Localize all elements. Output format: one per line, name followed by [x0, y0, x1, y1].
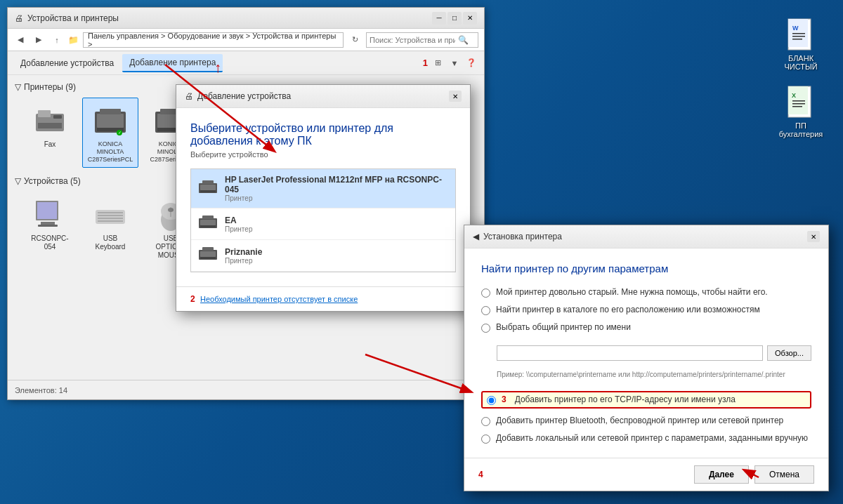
cancel-button[interactable]: Отмена — [754, 465, 814, 484]
svg-rect-5 — [792, 39, 802, 40]
svg-rect-31 — [37, 202, 57, 219]
add-device-dialog: 🖨 Добавление устройства ✕ Выберите устро… — [176, 84, 471, 312]
search-input[interactable] — [367, 36, 458, 44]
svg-text:W: W — [792, 25, 799, 32]
radio-old-printer-input[interactable] — [481, 289, 490, 298]
add-device-title: 🖨 Добавление устройства — [185, 91, 291, 101]
hp-printer-icon — [198, 179, 218, 199]
ea-printer-info: EA Принтер — [225, 215, 252, 233]
svg-rect-36 — [98, 215, 123, 216]
step2-label: 2 — [190, 294, 195, 304]
install-heading: Найти принтер по другим параметрам — [481, 263, 811, 274]
svg-rect-56 — [200, 251, 216, 257]
desktop-icon-excel[interactable]: X ПП бухгалтерия — [773, 81, 829, 142]
window-title: 🖨 Устройства и принтеры — [15, 13, 119, 23]
radio-local-input[interactable] — [481, 435, 490, 444]
radio-by-location[interactable]: Найти принтер в каталоге по его располож… — [481, 305, 811, 315]
excel-label: ПП бухгалтерия — [776, 121, 825, 138]
radio-by-ip[interactable]: 3 Добавить принтер по его TCP/IP-адресу … — [481, 391, 811, 409]
minimize-button[interactable]: ─ — [432, 12, 446, 25]
radio-ip-input[interactable] — [487, 396, 496, 405]
device-konica1[interactable]: ✓ KONICAMINOLTAC287SeriesPCL — [82, 98, 138, 168]
add-device-button[interactable]: Добавление устройства — [13, 54, 121, 72]
radio-location-input[interactable] — [481, 306, 490, 315]
address-path[interactable]: Панель управления > Оборудование и звук … — [83, 32, 344, 48]
radio-bluetooth[interactable]: Добавить принтер Bluetooth, беспроводной… — [481, 416, 811, 426]
blank-doc-icon: W — [784, 18, 818, 51]
missing-printer-link[interactable]: Необходимый принтер отсутствует в списке — [200, 295, 358, 303]
back-button[interactable]: ◀ — [13, 33, 27, 47]
view-dropdown[interactable]: ▼ — [447, 56, 462, 70]
maximize-button[interactable]: □ — [447, 12, 462, 25]
priznanie-printer-type: Принтер — [225, 257, 262, 265]
svg-rect-33 — [38, 225, 58, 227]
install-close[interactable]: ✕ — [807, 231, 820, 242]
help-button[interactable]: ❓ — [464, 56, 478, 70]
ea-printer-icon — [198, 214, 218, 234]
printer-item-priznanie[interactable]: Priznanie Принтер — [191, 240, 455, 272]
svg-rect-32 — [41, 222, 55, 225]
ea-printer-name: EA — [225, 215, 252, 225]
install-footer: 4 Далее Отмена — [464, 458, 828, 491]
svg-rect-53 — [200, 225, 216, 227]
radio-old-printer[interactable]: Мой принтер довольно старый. Мне нужна п… — [481, 287, 811, 298]
search-icon[interactable]: 🔍 — [458, 35, 469, 45]
printer-item-ea[interactable]: EA Принтер — [191, 208, 455, 240]
next-button[interactable]: Далее — [694, 465, 749, 484]
radio-group: Мой принтер довольно старый. Мне нужна п… — [481, 287, 811, 444]
blank-doc-label: БЛАНК ЧИСТЫЙ — [776, 54, 825, 71]
hint-text: Пример: \\computername\printername или h… — [497, 371, 811, 378]
add-device-titlebar: 🖨 Добавление устройства ✕ — [176, 85, 470, 108]
toolbar: Добавление устройства Добавление принтер… — [8, 51, 484, 75]
priznanie-printer-icon — [198, 246, 218, 265]
svg-rect-9 — [792, 100, 805, 102]
keyboard-label: USB Keyboard — [87, 234, 133, 251]
step3-indicator: 3 — [502, 394, 507, 404]
toolbar-right: 1 ⊞ ▼ ❓ — [423, 56, 478, 70]
view-toggle[interactable]: ⊞ — [431, 56, 445, 70]
svg-rect-50 — [202, 180, 214, 184]
hp-printer-info: HP LaserJet Professional M1212nf MFP на … — [225, 175, 448, 202]
desktop-icon-blank[interactable]: W БЛАНК ЧИСТЫЙ — [773, 14, 829, 74]
svg-rect-4 — [792, 36, 805, 37]
step1-label: 1 — [423, 58, 428, 68]
svg-rect-14 — [38, 123, 62, 128]
svg-rect-13 — [38, 110, 51, 117]
priznanie-printer-name: Priznanie — [225, 247, 262, 257]
refresh-button[interactable]: ↻ — [348, 33, 362, 47]
desktop-icons-container: W БЛАНК ЧИСТЫЙ X ПП бухгалтерия — [773, 14, 829, 142]
konica1-label: KONICAMINOLTAC287SeriesPCL — [88, 140, 133, 163]
svg-text:X: X — [792, 92, 796, 99]
add-device-close[interactable]: ✕ — [449, 91, 462, 102]
desktop: W БЛАНК ЧИСТЫЙ X ПП бухгалтерия — [0, 0, 843, 504]
radio-bluetooth-input[interactable] — [481, 417, 490, 426]
radio-local[interactable]: Добавить локальный или сетевой принтер с… — [481, 433, 811, 444]
up-button[interactable]: ↑ — [50, 33, 64, 47]
fax-label: Fax — [44, 140, 56, 149]
forward-button[interactable]: ▶ — [32, 33, 46, 47]
radio-by-name[interactable]: Выбрать общий принтер по имени — [481, 322, 811, 333]
window-titlebar: 🖨 Устройства и принтеры ─ □ ✕ — [8, 8, 484, 29]
breadcrumb-icon: 📁 — [68, 35, 79, 45]
device-rcsonpc[interactable]: RCSONPC-054 — [22, 192, 78, 265]
add-device-heading: Выберите устройство или принтер для доба… — [190, 122, 456, 147]
keyboard-icon — [92, 197, 129, 233]
svg-rect-3 — [792, 33, 805, 34]
browse-button[interactable]: Обзор... — [767, 345, 811, 361]
collapse-icon: ▽ — [15, 82, 21, 92]
address-bar: ◀ ▶ ↑ 📁 Панель управления > Оборудование… — [8, 29, 484, 51]
device-fax[interactable]: Fax — [22, 98, 78, 168]
install-printer-dialog: ◀ Установка принтера ✕ Найти принтер по … — [464, 225, 829, 491]
svg-rect-17 — [97, 114, 124, 128]
add-printer-button[interactable]: Добавление принтера — [122, 54, 223, 72]
shared-printer-input[interactable] — [497, 345, 763, 361]
devices-collapse-icon: ▽ — [15, 176, 21, 186]
svg-rect-37 — [98, 218, 123, 219]
printer-item-hp[interactable]: HP LaserJet Professional M1212nf MFP на … — [191, 169, 455, 208]
device-keyboard[interactable]: USB Keyboard — [82, 192, 138, 265]
radio-name-input[interactable] — [481, 324, 490, 333]
install-icon: ◀ — [473, 232, 479, 241]
close-button[interactable]: ✕ — [463, 12, 477, 25]
svg-rect-35 — [98, 212, 123, 213]
excel-icon: X — [784, 85, 818, 119]
